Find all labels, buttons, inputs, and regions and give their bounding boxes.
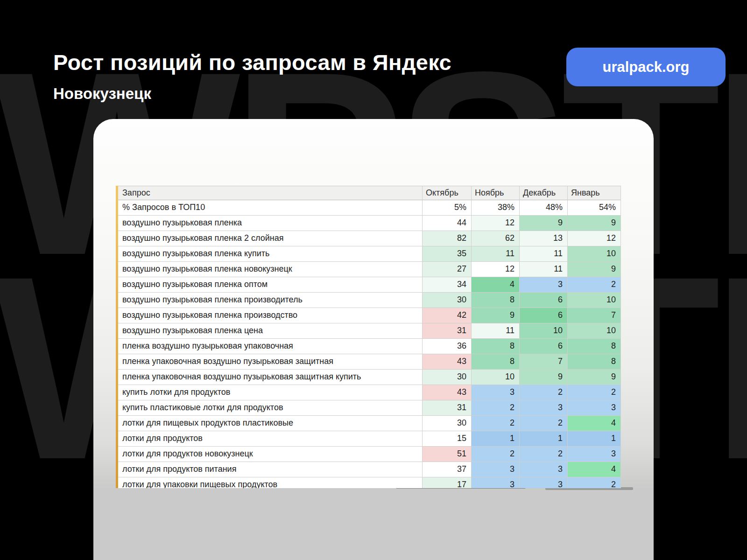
table-row: пленка воздушно пузырьковая упаковочная3… [116, 339, 621, 354]
value-cell: 27 [423, 262, 472, 277]
value-cell: 3 [520, 277, 568, 293]
site-badge-label: uralpack.org [602, 59, 689, 76]
query-cell: лотки для продуктов питания [116, 462, 423, 477]
value-cell: 30 [423, 293, 472, 308]
table-row: воздушно пузырьковая пленка оптом34432 [116, 277, 621, 293]
table-row: лотки для продуктов новокузнецк51223 [116, 447, 621, 462]
value-cell: 1 [472, 431, 520, 447]
value-cell: 9 [520, 216, 568, 231]
value-cell: 2 [568, 385, 621, 400]
query-cell: лотки для продуктов новокузнецк [116, 447, 423, 462]
value-cell: 12 [472, 216, 520, 231]
card-gray-footer [93, 488, 654, 560]
column-header: Запрос [116, 186, 423, 200]
value-cell: 2 [520, 385, 568, 400]
table-row: купить лотки для продуктов43322 [116, 385, 621, 400]
value-cell: 31 [423, 400, 472, 416]
value-cell: 4 [568, 462, 621, 477]
value-cell: 3 [520, 400, 568, 416]
value-cell: 8 [472, 354, 520, 370]
value-cell: 9 [472, 308, 520, 323]
value-cell: 8 [568, 354, 621, 370]
table-row: лотки для упаковки пищевых продуктов1733… [116, 477, 621, 488]
value-cell: 6 [520, 308, 568, 323]
summary-row: % Запросов в ТОП105%38%48%54% [116, 200, 621, 216]
value-cell: 62 [472, 231, 520, 246]
value-cell: 7 [520, 354, 568, 370]
value-cell: 2 [520, 447, 568, 462]
value-cell: 10 [520, 323, 568, 339]
value-cell: 12 [472, 262, 520, 277]
value-cell: 8 [472, 339, 520, 354]
value-cell: 2 [568, 277, 621, 293]
value-cell: 7 [568, 308, 621, 323]
value-cell: 43 [423, 385, 472, 400]
value-cell: 82 [423, 231, 472, 246]
value-cell: 6 [520, 339, 568, 354]
value-cell: 54% [568, 200, 621, 216]
table-row: лотки для продуктов питания37334 [116, 462, 621, 477]
value-cell: 8 [568, 339, 621, 354]
value-cell: 3 [472, 477, 520, 488]
page-subtitle: Новокузнецк [53, 85, 151, 103]
value-cell: 8 [472, 293, 520, 308]
value-cell: 51 [423, 447, 472, 462]
table-row: воздушно пузырьковая пленка производство… [116, 308, 621, 323]
column-header: Ноябрь [472, 186, 520, 200]
value-cell: 11 [520, 246, 568, 262]
value-cell: 48% [520, 200, 568, 216]
value-cell: 6 [520, 293, 568, 308]
query-cell: воздушно пузырьковая пленка купить [116, 246, 423, 262]
table-row: воздушно пузырьковая пленка 2 слойная826… [116, 231, 621, 246]
query-cell: воздушно пузырьковая пленка [116, 216, 423, 231]
site-badge: uralpack.org [566, 48, 726, 86]
query-cell: воздушно пузырьковая пленка цена [116, 323, 423, 339]
column-header: Октябрь [423, 186, 472, 200]
table-row: лотки для пищевых продуктов пластиковые3… [116, 416, 621, 431]
table-header-row: ЗапросОктябрьНоябрьДекабрьЯнварь [116, 186, 621, 200]
value-cell: 3 [520, 462, 568, 477]
table-row: воздушно пузырьковая пленка441299 [116, 216, 621, 231]
query-cell: воздушно пузырьковая пленка производство [116, 308, 423, 323]
value-cell: 9 [568, 262, 621, 277]
value-cell: 2 [472, 447, 520, 462]
value-cell: 2 [520, 416, 568, 431]
query-cell: лотки для пищевых продуктов пластиковые [116, 416, 423, 431]
table-row: пленка упаковочная воздушно пузырьковая … [116, 370, 621, 385]
value-cell: 11 [520, 262, 568, 277]
query-cell: лотки для продуктов [116, 431, 423, 447]
value-cell: 3 [568, 447, 621, 462]
value-cell: 13 [520, 231, 568, 246]
value-cell: 2 [472, 416, 520, 431]
value-cell: 36 [423, 339, 472, 354]
value-cell: 3 [472, 385, 520, 400]
value-cell: 9 [520, 370, 568, 385]
table-row: пленка упаковочная воздушно пузырьковая … [116, 354, 621, 370]
value-cell: 9 [568, 216, 621, 231]
column-header: Январь [568, 186, 621, 200]
value-cell: 4 [568, 416, 621, 431]
table-card: ЗапросОктябрьНоябрьДекабрьЯнварь% Запрос… [93, 119, 654, 560]
query-cell: пленка воздушно пузырьковая упаковочная [116, 339, 423, 354]
value-cell: 44 [423, 216, 472, 231]
query-cell: воздушно пузырьковая пленка новокузнецк [116, 262, 423, 277]
value-cell: 12 [568, 231, 621, 246]
query-cell: пленка упаковочная воздушно пузырьковая … [116, 354, 423, 370]
value-cell: 10 [568, 293, 621, 308]
table-row: воздушно пузырьковая пленка новокузнецк2… [116, 262, 621, 277]
value-cell: 1 [520, 431, 568, 447]
value-cell: 35 [423, 246, 472, 262]
value-cell: 3 [472, 462, 520, 477]
table-row: воздушно пузырьковая пленка производител… [116, 293, 621, 308]
value-cell: 2 [472, 400, 520, 416]
value-cell: 9 [568, 370, 621, 385]
table-row: купить пластиковые лотки для продуктов31… [116, 400, 621, 416]
value-cell: 37 [423, 462, 472, 477]
query-cell: пленка упаковочная воздушно пузырьковая … [116, 370, 423, 385]
value-cell: 3 [520, 477, 568, 488]
value-cell: 17 [423, 477, 472, 488]
page-title: Рост позиций по запросам в Яндекс [53, 49, 451, 75]
query-cell: купить лотки для продуктов [116, 385, 423, 400]
value-cell: 11 [472, 323, 520, 339]
value-cell: 10 [568, 246, 621, 262]
